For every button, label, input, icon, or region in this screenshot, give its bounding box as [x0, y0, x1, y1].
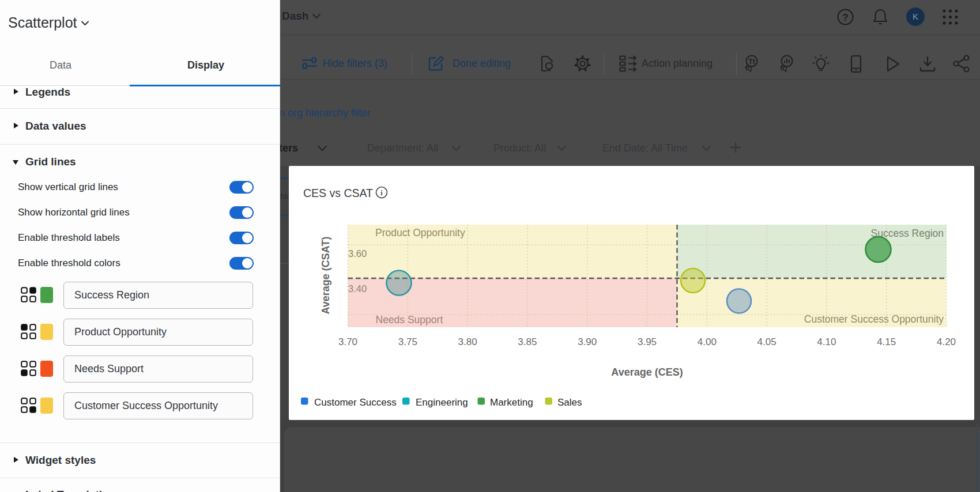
svg-text:3.85: 3.85 — [518, 336, 537, 347]
svg-text:Customer Success: Customer Success — [314, 397, 397, 408]
svg-text:Tt: Tt — [748, 58, 755, 66]
svg-text:Marketing: Marketing — [490, 397, 533, 408]
svg-text:Needs Support: Needs Support — [376, 314, 443, 326]
svg-text:3.80: 3.80 — [458, 336, 477, 347]
svg-text:3.90: 3.90 — [578, 336, 597, 347]
svg-text:3.95: 3.95 — [638, 336, 657, 347]
svg-text:iQ: iQ — [781, 65, 787, 72]
svg-text:Average (CSAT): Average (CSAT) — [320, 236, 331, 314]
svg-text:3.40: 3.40 — [348, 283, 367, 294]
svg-text:3.75: 3.75 — [398, 336, 417, 347]
svg-text:Engineering: Engineering — [416, 397, 468, 408]
svg-text:i: i — [380, 189, 383, 197]
svg-text:4.15: 4.15 — [877, 336, 896, 347]
svg-text:?: ? — [842, 12, 848, 23]
svg-text:Sales: Sales — [557, 397, 582, 408]
svg-text:iQ: iQ — [746, 65, 752, 72]
svg-text:Product Opportunity: Product Opportunity — [375, 227, 465, 239]
svg-text:3.70: 3.70 — [338, 336, 357, 347]
svg-text:4.10: 4.10 — [817, 336, 836, 347]
svg-text:Customer Success Opportunity: Customer Success Opportunity — [804, 313, 944, 325]
svg-text:Average (CES): Average (CES) — [611, 366, 683, 378]
svg-text:4.20: 4.20 — [937, 336, 956, 347]
svg-text:3.60: 3.60 — [348, 248, 367, 259]
svg-text:CES vs CSAT: CES vs CSAT — [303, 187, 373, 199]
svg-text:4.05: 4.05 — [757, 336, 777, 347]
svg-text:4.00: 4.00 — [698, 336, 717, 347]
